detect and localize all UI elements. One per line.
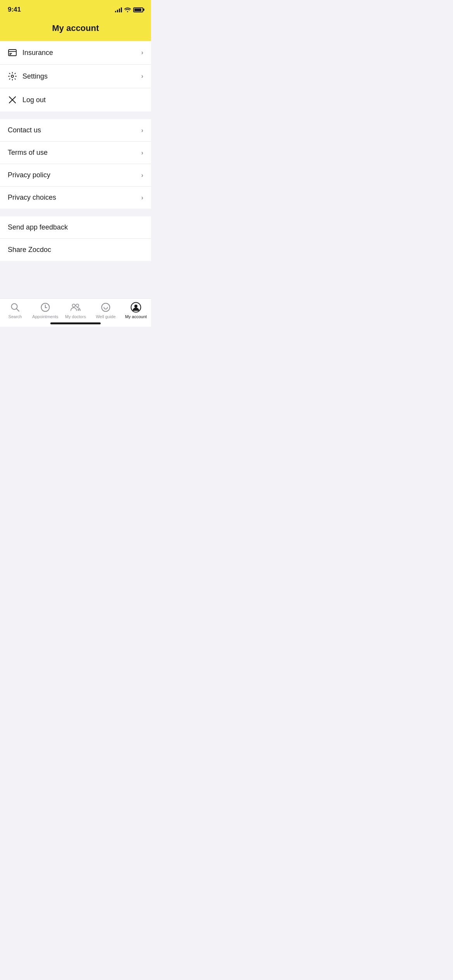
wellguide-nav-label: Well guide — [96, 314, 115, 319]
svg-point-4 — [11, 75, 14, 77]
home-indicator — [50, 322, 101, 324]
contact-label: Contact us — [8, 126, 41, 134]
menu-section-2: Contact us › Terms of use › Privacy poli… — [0, 119, 151, 209]
section-gap-2 — [0, 209, 151, 216]
page-title: My account — [52, 23, 99, 33]
chevron-right-icon: › — [141, 194, 143, 201]
close-icon — [8, 95, 17, 105]
mydoctors-nav-icon — [70, 302, 81, 313]
menu-section-1: Insurance › Settings › — [0, 41, 151, 111]
svg-point-18 — [134, 305, 137, 308]
chevron-right-icon: › — [141, 172, 143, 179]
logout-menu-item[interactable]: Log out — [0, 88, 151, 111]
nav-item-mydoctors[interactable]: My doctors — [60, 302, 91, 319]
svg-point-12 — [72, 304, 75, 307]
privacy-choices-label: Privacy choices — [8, 194, 56, 202]
status-bar: 9:41 — [0, 0, 151, 19]
insurance-icon — [8, 48, 17, 57]
logout-label: Log out — [22, 96, 46, 104]
search-nav-icon — [10, 302, 21, 313]
battery-icon — [133, 7, 143, 12]
privacy-label: Privacy policy — [8, 171, 50, 179]
settings-label: Settings — [22, 72, 48, 81]
privacy-menu-item[interactable]: Privacy policy › — [0, 164, 151, 187]
wellguide-nav-icon — [100, 302, 111, 313]
chevron-right-icon: › — [141, 149, 143, 156]
page-header: My account — [0, 19, 151, 41]
myaccount-nav-icon — [130, 302, 141, 313]
signal-icon — [115, 7, 122, 12]
share-menu-item[interactable]: Share Zocdoc — [0, 239, 151, 261]
bottom-nav: Search Appointments My doctors — [0, 298, 151, 327]
settings-icon — [8, 72, 17, 81]
appointments-nav-icon — [40, 302, 51, 313]
feedback-menu-item[interactable]: Send app feedback — [0, 216, 151, 239]
wifi-icon — [124, 7, 131, 12]
share-label: Share Zocdoc — [8, 246, 51, 254]
appointments-nav-label: Appointments — [32, 314, 58, 319]
chevron-right-icon: › — [141, 73, 143, 80]
myaccount-nav-label: My account — [125, 314, 147, 319]
nav-item-wellguide[interactable]: Well guide — [91, 302, 121, 319]
content-area: Insurance › Settings › — [0, 41, 151, 261]
chevron-right-icon: › — [141, 127, 143, 134]
search-nav-label: Search — [9, 314, 22, 319]
nav-item-search[interactable]: Search — [0, 302, 30, 319]
chevron-right-icon: › — [141, 49, 143, 56]
insurance-menu-item[interactable]: Insurance › — [0, 41, 151, 65]
terms-menu-item[interactable]: Terms of use › — [0, 142, 151, 164]
nav-item-myaccount[interactable]: My account — [121, 302, 151, 319]
menu-section-3: Send app feedback Share Zocdoc — [0, 216, 151, 261]
feedback-label: Send app feedback — [8, 223, 68, 231]
svg-point-16 — [102, 303, 110, 312]
nav-item-appointments[interactable]: Appointments — [30, 302, 60, 319]
insurance-label: Insurance — [22, 49, 53, 57]
contact-menu-item[interactable]: Contact us › — [0, 119, 151, 142]
settings-menu-item[interactable]: Settings › — [0, 65, 151, 88]
svg-point-13 — [76, 304, 79, 307]
terms-label: Terms of use — [8, 149, 48, 157]
status-time: 9:41 — [8, 6, 21, 14]
privacy-choices-menu-item[interactable]: Privacy choices › — [0, 187, 151, 209]
mydoctors-nav-label: My doctors — [65, 314, 86, 319]
status-icons — [115, 7, 143, 12]
svg-line-8 — [17, 309, 19, 312]
section-gap-1 — [0, 111, 151, 119]
